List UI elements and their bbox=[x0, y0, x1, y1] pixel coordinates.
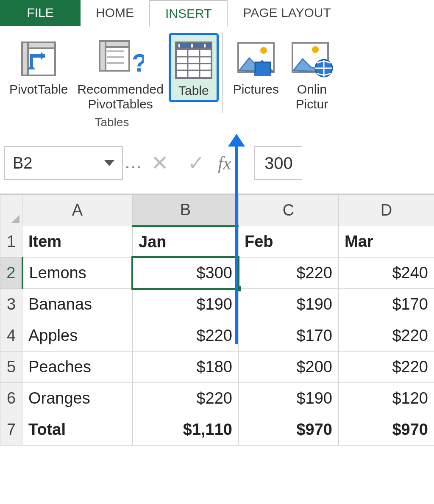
row-header[interactable]: 7 bbox=[0, 414, 22, 446]
fx-button[interactable]: fx bbox=[218, 152, 248, 174]
svg-rect-23 bbox=[254, 73, 271, 76]
ribbon-group-tables: PivotTable ? Recommended PivotTables bbox=[3, 30, 220, 130]
row-header[interactable]: 6 bbox=[0, 383, 22, 414]
online-pictures-button[interactable]: Onlin Pictur bbox=[287, 33, 333, 113]
cell[interactable]: $190 bbox=[239, 383, 339, 414]
cell[interactable]: $220 bbox=[133, 383, 239, 414]
recommended-pivot-tables-label-2: PivotTables bbox=[88, 97, 153, 112]
col-header-D[interactable]: D bbox=[339, 195, 434, 226]
pivot-table-button[interactable]: PivotTable bbox=[5, 33, 72, 99]
svg-rect-14 bbox=[204, 44, 206, 47]
online-pictures-icon bbox=[291, 36, 333, 82]
name-box-value: B2 bbox=[13, 154, 32, 172]
svg-rect-5 bbox=[100, 41, 106, 71]
table-row: 2 Lemons $300 $220 $240 bbox=[0, 258, 434, 289]
table-row: 5 Peaches $180 $200 $220 bbox=[0, 352, 434, 383]
col-header-A[interactable]: A bbox=[22, 195, 133, 226]
svg-rect-22 bbox=[255, 62, 270, 74]
recommended-pivot-tables-button[interactable]: ? Recommended PivotTables bbox=[73, 33, 167, 113]
ribbon-body: PivotTable ? Recommended PivotTables bbox=[0, 26, 434, 133]
tab-home[interactable]: HOME bbox=[81, 0, 149, 26]
table-label: Table bbox=[178, 83, 209, 98]
cell[interactable]: $180 bbox=[133, 352, 239, 383]
cell[interactable]: Item bbox=[22, 226, 133, 258]
formula-bar-input[interactable]: 300 bbox=[254, 146, 302, 180]
cell[interactable]: $220 bbox=[239, 258, 339, 289]
tab-file[interactable]: FILE bbox=[0, 0, 81, 26]
table-row: 4 Apples $220 $170 $220 bbox=[0, 320, 434, 352]
chevron-down-icon[interactable] bbox=[104, 160, 114, 166]
cell[interactable]: $120 bbox=[339, 383, 434, 414]
table-row: 3 Bananas $190 $190 $170 bbox=[0, 289, 434, 320]
cell-active[interactable]: $300 bbox=[133, 258, 239, 289]
svg-text:?: ? bbox=[132, 49, 144, 77]
cell[interactable]: Bananas bbox=[22, 289, 133, 320]
table-row: 1 Item Jan Feb Mar bbox=[0, 226, 434, 258]
cell[interactable]: $970 bbox=[239, 414, 339, 446]
spreadsheet-grid[interactable]: A B C D 1 Item Jan Feb Mar 2 Lemons $300… bbox=[0, 194, 434, 446]
row-header[interactable]: 1 bbox=[0, 226, 22, 258]
cell[interactable]: $970 bbox=[339, 414, 434, 446]
worksheet: A B C D 1 Item Jan Feb Mar 2 Lemons $300… bbox=[0, 194, 434, 446]
pivot-table-icon bbox=[13, 36, 64, 82]
row-header[interactable]: 3 bbox=[0, 289, 22, 320]
ribbon-separator bbox=[222, 33, 223, 113]
svg-rect-12 bbox=[178, 44, 180, 47]
ribbon-group-illustrations: Pictures Onlin Pictur bbox=[225, 30, 335, 130]
cell[interactable]: Total bbox=[22, 414, 133, 446]
col-header-C[interactable]: C bbox=[239, 195, 339, 226]
cell[interactable]: $200 bbox=[239, 352, 339, 383]
cell[interactable]: Oranges bbox=[22, 383, 133, 414]
svg-rect-2 bbox=[22, 42, 28, 75]
cell[interactable]: $220 bbox=[339, 352, 434, 383]
cell[interactable]: Lemons bbox=[22, 258, 133, 289]
tab-page-layout[interactable]: PAGE LAYOUT bbox=[228, 0, 346, 26]
cell[interactable]: Mar bbox=[339, 226, 434, 258]
grip-icon[interactable]: ⋮ bbox=[124, 159, 144, 167]
column-header-row: A B C D bbox=[0, 195, 434, 226]
cell[interactable]: Peaches bbox=[22, 352, 133, 383]
table-row: 6 Oranges $220 $190 $120 bbox=[0, 383, 434, 414]
recommended-pivot-tables-icon: ? bbox=[95, 36, 146, 82]
table-button[interactable]: Table bbox=[169, 33, 219, 102]
ribbon-group-tables-label: Tables bbox=[95, 116, 129, 129]
online-pictures-label-1: Onlin bbox=[297, 82, 327, 97]
name-box[interactable]: B2 bbox=[4, 146, 123, 180]
cell[interactable]: $190 bbox=[133, 289, 239, 320]
svg-rect-11 bbox=[176, 42, 211, 49]
cell[interactable]: $220 bbox=[339, 320, 434, 352]
cell[interactable]: $240 bbox=[339, 258, 434, 289]
cell[interactable]: $170 bbox=[239, 320, 339, 352]
cell[interactable]: Feb bbox=[239, 226, 339, 258]
table-icon bbox=[173, 37, 214, 83]
cell[interactable]: Jan bbox=[133, 226, 239, 258]
recommended-pivot-tables-label-1: Recommended bbox=[77, 82, 163, 97]
cell[interactable]: $1,110 bbox=[133, 414, 239, 446]
pictures-label: Pictures bbox=[233, 82, 279, 97]
svg-point-21 bbox=[260, 47, 267, 54]
row-header[interactable]: 4 bbox=[0, 320, 22, 352]
cell[interactable]: $190 bbox=[239, 289, 339, 320]
cancel-formula-button[interactable]: ✕ bbox=[145, 151, 175, 175]
online-pictures-label-2: Pictur bbox=[296, 97, 328, 112]
cell[interactable]: $220 bbox=[133, 320, 239, 352]
svg-rect-13 bbox=[191, 44, 193, 47]
col-header-B[interactable]: B bbox=[133, 195, 239, 226]
formula-bar: B2 ⋮ ✕ ✓ fx 300 bbox=[0, 133, 434, 184]
pictures-button[interactable]: Pictures bbox=[226, 33, 286, 99]
tab-insert[interactable]: INSERT bbox=[149, 0, 228, 27]
cell[interactable]: Apples bbox=[22, 320, 133, 352]
svg-point-25 bbox=[312, 46, 319, 53]
pictures-icon bbox=[231, 36, 281, 82]
select-all-corner[interactable] bbox=[0, 195, 22, 226]
cell[interactable]: $170 bbox=[339, 289, 434, 320]
ribbon-tabs: FILE HOME INSERT PAGE LAYOUT bbox=[0, 0, 434, 26]
row-header[interactable]: 5 bbox=[0, 352, 22, 383]
table-row: 7 Total $1,110 $970 $970 bbox=[0, 414, 434, 446]
row-header[interactable]: 2 bbox=[0, 258, 22, 289]
accept-formula-button[interactable]: ✓ bbox=[181, 151, 211, 175]
pivot-table-label: PivotTable bbox=[9, 82, 68, 97]
